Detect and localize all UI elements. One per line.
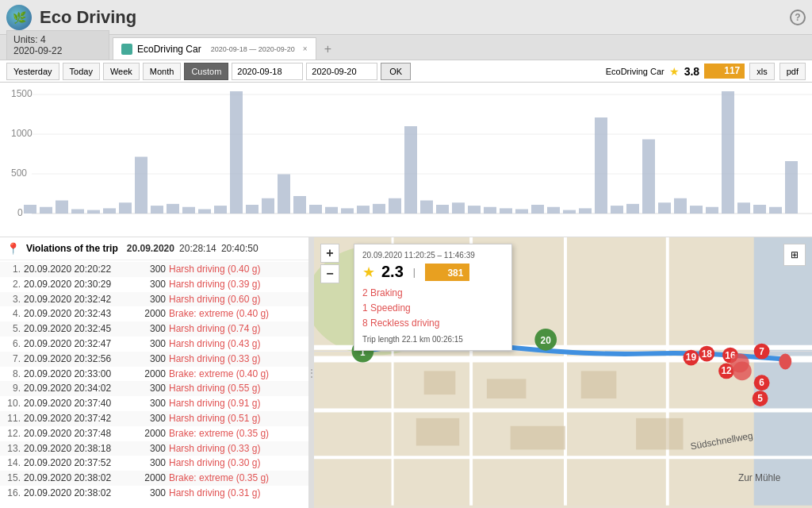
- violation-desc: Harsh driving (0.55 g): [169, 382, 260, 395]
- date-from-input[interactable]: [232, 63, 303, 80]
- left-panel: 📍 Violations of the trip 20.09.2020 20:2…: [0, 237, 309, 508]
- violations-title: Violations of the trip: [26, 243, 118, 254]
- violation-row[interactable]: 11. 20.09.2020 20:37:42 300 Harsh drivin…: [0, 411, 308, 426]
- violation-row[interactable]: 8. 20.09.2020 20:33:00 2000 Brake: extre…: [0, 367, 308, 382]
- violation-time: 20.09.2020 20:38:18: [24, 442, 131, 456]
- chart-area: 1500 1000 500 0: [0, 83, 812, 237]
- violation-time: 20.09.2020 20:33:00: [24, 368, 131, 381]
- violation-time: 20.09.2020 20:30:29: [24, 278, 131, 291]
- violation-row[interactable]: 12. 20.09.2020 20:37:48 2000 Brake: extr…: [0, 426, 308, 441]
- tab-close-button[interactable]: ×: [303, 44, 308, 53]
- violation-speed: 300: [134, 337, 166, 351]
- ok-button[interactable]: OK: [381, 63, 411, 80]
- week-button[interactable]: Week: [103, 63, 140, 80]
- violation-speed: 300: [134, 456, 166, 470]
- violation-speed: 2000: [134, 427, 166, 441]
- violation-num: 11.: [6, 412, 21, 425]
- violation-row[interactable]: 1. 20.09.2020 20:20:22 300 Harsh driving…: [0, 262, 308, 277]
- violation-speed: 300: [134, 293, 166, 306]
- reckless-count: 8: [362, 318, 368, 329]
- popup-rating-value: 2.3: [381, 263, 404, 281]
- trip-date-bold: 20.09.2020: [127, 243, 174, 254]
- violation-speed: 300: [134, 442, 166, 456]
- violation-speed: 2000: [134, 471, 166, 485]
- zoom-in-button[interactable]: +: [320, 244, 339, 263]
- popup-stats: 2 Braking 1 Speeding 8 Reckless driving: [362, 286, 504, 332]
- violation-time: 20.09.2020 20:37:40: [24, 397, 131, 410]
- violation-speed: 2000: [134, 368, 166, 381]
- svg-rect-22: [246, 205, 259, 214]
- violation-row[interactable]: 13. 20.09.2020 20:38:18 300 Harsh drivin…: [0, 441, 308, 456]
- xls-button[interactable]: xls: [749, 63, 774, 80]
- popup-stat-speeding: 1 Speeding: [362, 301, 504, 316]
- violation-desc: Harsh driving (0.31 g): [169, 487, 260, 500]
- violation-row[interactable]: 6. 20.09.2020 20:32:47 300 Harsh driving…: [0, 337, 308, 352]
- speeding-label: Speeding: [370, 302, 411, 314]
- svg-text:12: 12: [721, 365, 732, 376]
- violation-desc: Harsh driving (0.43 g): [169, 337, 260, 351]
- svg-rect-18: [182, 207, 195, 214]
- violation-speed: 300: [134, 382, 166, 395]
- popup-violations-count: 381: [447, 267, 463, 279]
- violation-desc: Brake: extreme (0.40 g): [169, 368, 269, 381]
- map-area[interactable]: 1 20 19 18 16 7 12 6 5: [314, 237, 812, 508]
- popup-violations-badge: 381: [425, 264, 469, 281]
- trip-date: 20.09.2020 20:28:14 20:40:50: [124, 243, 259, 254]
- add-tab-button[interactable]: +: [320, 42, 336, 56]
- svg-rect-31: [389, 198, 401, 214]
- violation-speed: 300: [134, 487, 166, 500]
- violation-row[interactable]: 14. 20.09.2020 20:37:52 300 Harsh drivin…: [0, 456, 308, 471]
- svg-rect-26: [309, 205, 322, 214]
- today-button[interactable]: Today: [63, 63, 100, 80]
- zoom-out-button[interactable]: −: [320, 264, 339, 283]
- violation-num: 7.: [6, 352, 21, 366]
- reckless-label: Reckless driving: [370, 318, 439, 329]
- tab-bar: Units: 4 2020-09-22 EcoDriving Car 2020-…: [0, 35, 812, 60]
- braking-label: Braking: [370, 287, 403, 298]
- violation-num: 4.: [6, 307, 21, 321]
- violation-row[interactable]: 3. 20.09.2020 20:32:42 300 Harsh driving…: [0, 292, 308, 307]
- unit-date: 2020-09-22: [13, 45, 102, 56]
- units-label: Units: 4: [13, 34, 102, 45]
- violation-num: 2.: [6, 278, 21, 291]
- svg-rect-53: [737, 202, 750, 214]
- ecodriving-tab[interactable]: EcoDriving Car 2020-09-18 — 2020-09-20 ×: [113, 37, 316, 60]
- svg-rect-27: [325, 207, 338, 214]
- custom-button[interactable]: Custom: [184, 63, 228, 80]
- pdf-button[interactable]: pdf: [779, 63, 806, 80]
- violation-row[interactable]: 4. 20.09.2020 20:32:43 2000 Brake: extre…: [0, 306, 308, 321]
- popup-star-icon: ★: [362, 264, 375, 281]
- svg-text:1500: 1500: [11, 88, 33, 99]
- violation-desc: Brake: extreme (0.40 g): [169, 307, 269, 321]
- month-button[interactable]: Month: [143, 63, 182, 80]
- violation-desc: Harsh driving (0.74 g): [169, 322, 260, 336]
- toolbar: Yesterday Today Week Month Custom OK Eco…: [0, 60, 812, 83]
- violation-desc: Harsh driving (0.60 g): [169, 293, 260, 306]
- trip-popup-header: 20.09.2020 11:20:25 – 11:46:39: [362, 251, 504, 260]
- violation-time: 20.09.2020 20:32:42: [24, 293, 131, 306]
- date-to-input[interactable]: [306, 63, 377, 80]
- violation-row[interactable]: 9. 20.09.2020 20:34:02 300 Harsh driving…: [0, 381, 308, 396]
- violation-row[interactable]: 16. 20.09.2020 20:38:02 300 Harsh drivin…: [0, 486, 308, 501]
- svg-text:6: 6: [759, 377, 764, 388]
- violation-row[interactable]: 10. 20.09.2020 20:37:40 300 Harsh drivin…: [0, 396, 308, 411]
- svg-rect-39: [515, 210, 528, 214]
- time-from: 20:28:14: [179, 243, 216, 254]
- violation-row[interactable]: 5. 20.09.2020 20:32:45 300 Harsh driving…: [0, 321, 308, 337]
- svg-point-95: [733, 362, 752, 381]
- violation-speed: 2000: [134, 307, 166, 321]
- violation-speed: 300: [134, 263, 166, 276]
- violation-num: 15.: [6, 471, 21, 485]
- violation-row[interactable]: 7. 20.09.2020 20:32:56 300 Harsh driving…: [0, 352, 308, 367]
- map-layers-button[interactable]: ⊞: [783, 244, 806, 266]
- yesterday-button[interactable]: Yesterday: [6, 63, 59, 80]
- svg-rect-60: [754, 237, 812, 506]
- violation-row[interactable]: 2. 20.09.2020 20:30:29 300 Harsh driving…: [0, 277, 308, 292]
- time-to: 20:40:50: [221, 243, 259, 254]
- svg-rect-29: [357, 206, 370, 214]
- violation-row[interactable]: 15. 20.09.2020 20:38:02 2000 Brake: extr…: [0, 471, 308, 486]
- help-icon[interactable]: ?: [790, 10, 806, 25]
- violation-num: 1.: [6, 263, 21, 276]
- violations-count: 117: [724, 65, 740, 76]
- svg-rect-8: [24, 205, 36, 214]
